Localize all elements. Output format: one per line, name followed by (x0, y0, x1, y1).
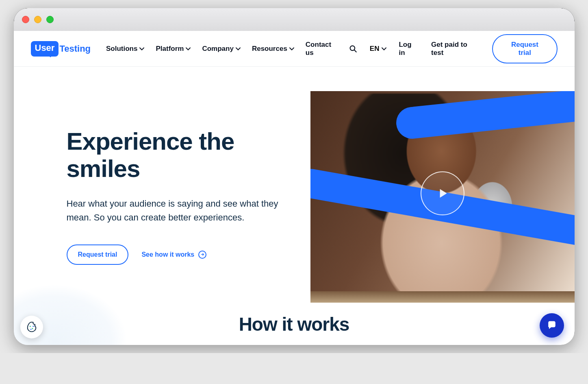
get-paid-link[interactable]: Get paid to test (431, 41, 480, 57)
minimize-window-button[interactable] (34, 16, 41, 23)
fullscreen-window-button[interactable] (46, 16, 54, 23)
nav-item-solutions[interactable]: Solutions (106, 41, 144, 57)
cookie-preferences-button[interactable] (20, 316, 43, 338)
hero-actions: Request trial See how it works (67, 244, 286, 265)
see-how-it-works-link[interactable]: See how it works (141, 251, 206, 259)
window-titlebar (14, 8, 575, 31)
login-link[interactable]: Log in (399, 41, 419, 57)
nav-item-platform[interactable]: Platform (156, 41, 191, 57)
device-frame: User Testing Solutions Platform Company … (14, 8, 575, 345)
language-label: EN (370, 45, 380, 53)
arrow-right-circle-icon (198, 251, 206, 259)
nav-item-contact[interactable]: Contact us (306, 41, 338, 57)
svg-point-2 (29, 326, 30, 327)
language-selector[interactable]: EN (370, 45, 387, 53)
nav-menu: Solutions Platform Company Resources Con… (106, 41, 337, 57)
close-window-button[interactable] (22, 16, 29, 23)
play-video-button[interactable] (421, 171, 464, 215)
logo[interactable]: User Testing (31, 41, 91, 57)
page-viewport: User Testing Solutions Platform Company … (14, 31, 575, 345)
logo-badge: User (31, 41, 59, 57)
search-icon[interactable] (349, 44, 357, 53)
chevron-down-icon (236, 46, 241, 51)
svg-line-1 (355, 50, 357, 52)
chevron-down-icon (186, 46, 191, 51)
hero-request-trial-button[interactable]: Request trial (67, 244, 129, 265)
chevron-down-icon (382, 46, 386, 51)
nav-item-label: Solutions (106, 45, 137, 53)
nav-item-resources[interactable]: Resources (252, 41, 294, 57)
nav-item-label: Resources (252, 45, 287, 53)
request-trial-button[interactable]: Request trial (492, 34, 557, 63)
hero-subhead: Hear what your audience is saying and se… (67, 197, 286, 225)
svg-point-3 (32, 328, 33, 329)
hero-headline: Experience the smiles (67, 128, 286, 182)
nav-item-label: Company (202, 45, 233, 53)
hero: Experience the smiles Hear what your aud… (14, 91, 575, 303)
section-title-how-it-works: How it works (14, 313, 575, 335)
chat-widget-button[interactable] (540, 313, 564, 338)
link-label: See how it works (141, 251, 194, 258)
nav-item-label: Platform (156, 45, 184, 53)
nav-item-label: Contact us (306, 41, 338, 57)
svg-point-4 (30, 329, 31, 330)
chevron-down-icon (289, 46, 294, 51)
chevron-down-icon (139, 46, 144, 51)
hero-video-thumbnail[interactable] (310, 91, 575, 303)
hero-copy: Experience the smiles Hear what your aud… (67, 91, 286, 265)
logo-word: Testing (59, 44, 91, 54)
nav-item-company[interactable]: Company (202, 41, 240, 57)
navbar: User Testing Solutions Platform Company … (14, 31, 575, 67)
nav-right: EN Log in Get paid to test Request trial (349, 34, 557, 63)
traffic-lights (22, 16, 54, 23)
svg-point-5 (33, 326, 34, 327)
